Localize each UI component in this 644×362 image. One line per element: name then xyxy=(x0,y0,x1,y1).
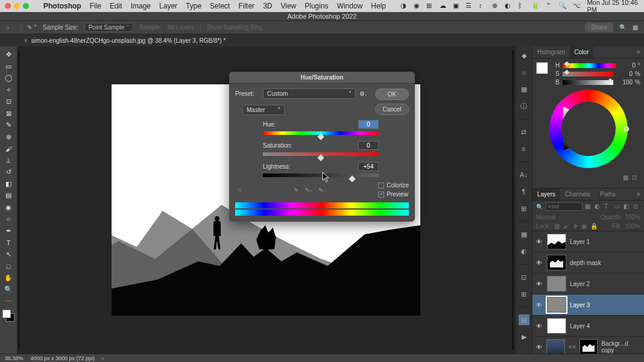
opacity-value[interactable]: 100% xyxy=(625,214,640,220)
layer-mask-thumbnail[interactable] xyxy=(579,339,598,355)
sample-size-select[interactable]: Point Sample˅ xyxy=(84,23,133,32)
layer-name[interactable]: Layer 3 xyxy=(570,302,590,308)
panel-icon[interactable]: ⇄ xyxy=(519,126,529,137)
panel-icon[interactable]: ⊟ xyxy=(519,314,529,325)
type-tool[interactable]: T xyxy=(1,237,16,249)
marquee-tool[interactable]: ▭ xyxy=(1,61,16,73)
filter-type-icon[interactable]: T xyxy=(604,203,611,210)
close-window-icon[interactable] xyxy=(5,3,11,9)
menu-app[interactable]: Photoshop xyxy=(43,2,81,10)
doc-info[interactable]: 4000 px x 3000 px (72 ppi) xyxy=(31,355,95,361)
panel-menu-icon[interactable]: ≡ xyxy=(633,189,644,200)
eraser-tool[interactable]: ◧ xyxy=(1,178,16,190)
gradient-tool[interactable]: ▤ xyxy=(1,190,16,202)
clock[interactable]: Mon Jul 25 10:46 PM xyxy=(587,0,639,13)
eyedropper-subtract-icon[interactable]: ✎₋ xyxy=(318,187,326,193)
visibility-icon[interactable]: 👁 xyxy=(536,323,543,329)
ok-button[interactable]: OK xyxy=(375,89,409,100)
panel-icon[interactable]: ¶ xyxy=(519,186,529,197)
lock-position-icon[interactable]: ✥ xyxy=(573,223,578,229)
filter-smart-icon[interactable]: ◧ xyxy=(623,203,631,210)
search-icon[interactable]: 🔍 xyxy=(619,24,627,31)
status-icon[interactable]: ☁ xyxy=(440,2,447,10)
tool-preset-icon[interactable]: ✎ ˅ xyxy=(27,24,37,31)
blend-mode-select[interactable]: Normal xyxy=(536,214,598,220)
bri-slider[interactable] xyxy=(563,80,613,85)
tab-histogram[interactable]: Histogram xyxy=(532,46,570,58)
edit-toolbar[interactable]: ⋯ xyxy=(1,296,16,308)
preset-select[interactable]: Custom˅ xyxy=(263,89,356,99)
zoom-percent[interactable]: 38.38% xyxy=(5,355,24,361)
layer-row[interactable]: 👁 Layer 2 xyxy=(532,273,644,295)
visibility-icon[interactable]: 👁 xyxy=(536,302,543,308)
filter-pixel-icon[interactable]: ▦ xyxy=(585,203,592,210)
visibility-icon[interactable]: 👁 xyxy=(536,239,543,245)
pen-tool[interactable]: ✒ xyxy=(1,225,16,237)
fill-value[interactable]: 100% xyxy=(625,223,640,229)
layer-thumbnail[interactable] xyxy=(547,276,566,292)
layer-row[interactable]: 👁 depth mask xyxy=(532,252,644,273)
saturation-slider[interactable] xyxy=(263,152,379,156)
hand-tool[interactable]: ✋ xyxy=(1,272,16,284)
hue-value[interactable]: 0 xyxy=(619,62,636,69)
minimize-window-icon[interactable] xyxy=(14,3,20,9)
layer-row[interactable]: 👁 Layer 3 xyxy=(532,295,644,316)
panel-icon[interactable]: ⊞ xyxy=(519,289,529,299)
lightness-slider[interactable] xyxy=(263,173,379,177)
status-icon[interactable]: ☰ xyxy=(466,2,473,10)
dodge-tool[interactable]: ○ xyxy=(1,213,16,225)
lock-nest-icon[interactable]: ▣ xyxy=(581,223,587,229)
cancel-button[interactable]: Cancel xyxy=(375,104,409,115)
foreground-color-swatch[interactable] xyxy=(2,310,11,318)
wand-tool[interactable]: ✧ xyxy=(1,84,16,96)
channel-select[interactable]: Master˅ xyxy=(242,105,285,115)
color-swatches[interactable] xyxy=(2,310,14,322)
document-tab[interactable]: × simon-english-48nerZQCHgo-unsplash.jpg… xyxy=(24,37,226,44)
menu-plugins[interactable]: Plugins xyxy=(305,2,328,10)
zoom-tool[interactable]: 🔍 xyxy=(1,284,16,296)
menu-image[interactable]: Image xyxy=(131,2,151,10)
menu-view[interactable]: View xyxy=(280,2,296,10)
menu-3d[interactable]: 3D xyxy=(263,2,272,10)
status-icon[interactable]: ◉ xyxy=(414,2,421,10)
colorize-checkbox[interactable] xyxy=(378,183,384,189)
battery-icon[interactable]: 🔋 xyxy=(531,2,540,10)
lock-all-icon[interactable]: 🔒 xyxy=(590,223,598,229)
menu-edit[interactable]: Edit xyxy=(110,2,122,10)
targeted-adjust-icon[interactable]: ☟ xyxy=(238,187,241,193)
move-tool[interactable]: ✥ xyxy=(1,49,16,61)
panel-icon[interactable]: ▦ xyxy=(519,84,529,95)
spectrum-strips[interactable] xyxy=(235,202,409,216)
control-center-icon[interactable]: ⌥ xyxy=(573,2,581,10)
layer-row[interactable]: 👁 Layer 1 xyxy=(532,231,644,252)
color-swatch[interactable] xyxy=(536,62,548,74)
sat-value[interactable]: 0 xyxy=(616,70,633,77)
zoom-window-icon[interactable] xyxy=(23,3,29,9)
visibility-icon[interactable]: 👁 xyxy=(536,281,543,287)
tab-channels[interactable]: Channels xyxy=(560,189,595,200)
visibility-icon[interactable]: 👁 xyxy=(536,260,543,266)
workspace-icon[interactable]: ▦ xyxy=(633,24,638,31)
bluetooth-icon[interactable]: ᛒ xyxy=(518,2,525,10)
visibility-icon[interactable]: 👁 xyxy=(536,344,543,351)
menu-filter[interactable]: Filter xyxy=(238,2,254,10)
preview-checkbox[interactable] xyxy=(378,192,384,198)
menu-window[interactable]: Window xyxy=(337,2,363,10)
layer-filter-input[interactable] xyxy=(546,202,582,211)
hue-saturation-dialog[interactable]: Hue/Saturation OK Cancel Preset: Custom˅… xyxy=(229,72,415,222)
close-tab-icon[interactable]: × xyxy=(24,37,28,44)
bri-value[interactable]: 100 xyxy=(616,79,633,86)
layer-thumbnail[interactable] xyxy=(547,297,566,313)
panel-icon[interactable]: ≡ xyxy=(519,143,529,154)
layer-name[interactable]: depth mask xyxy=(570,260,601,266)
layer-thumbnail[interactable] xyxy=(547,255,566,270)
panel-icon[interactable]: ⊞ xyxy=(519,203,529,214)
menu-help[interactable]: Help xyxy=(371,2,386,10)
preset-gear-icon[interactable]: ⚙. xyxy=(359,90,367,97)
status-icon[interactable]: ⊞ xyxy=(426,2,434,10)
zoom-icon[interactable]: ▣ xyxy=(453,2,460,10)
layer-thumbnail[interactable] xyxy=(547,234,566,249)
shape-tool[interactable]: □ xyxy=(1,260,16,272)
color-wheel[interactable] xyxy=(536,87,640,173)
brush-tool[interactable]: 🖌 xyxy=(1,143,16,155)
